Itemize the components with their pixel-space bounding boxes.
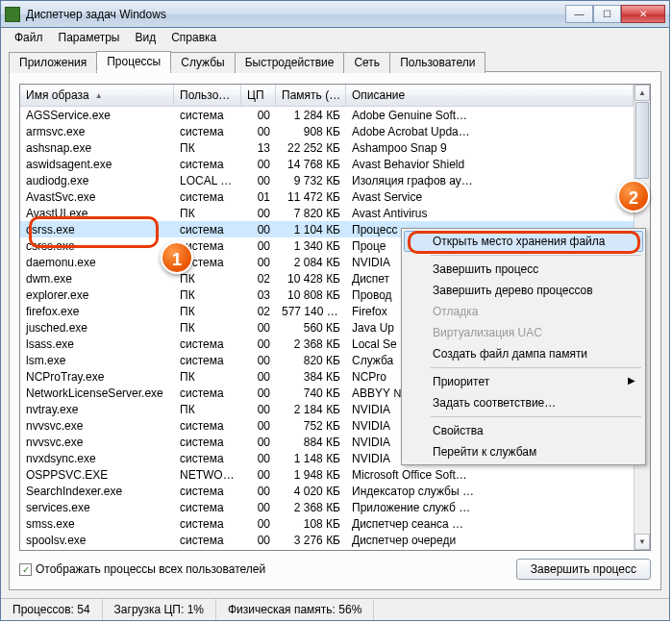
col-description[interactable]: Описание bbox=[346, 85, 634, 106]
cell-user: система bbox=[174, 354, 241, 367]
cell-user: NETWO… bbox=[174, 468, 241, 482]
table-row[interactable]: ashsnap.exeПК1322 252 КБAshampoo Snap 9 bbox=[20, 139, 634, 156]
cell-memory: 11 472 КБ bbox=[276, 190, 346, 204]
cell-user: ПК bbox=[174, 288, 241, 302]
col-memory[interactable]: Память (… bbox=[276, 85, 346, 106]
cell-memory: 384 КБ bbox=[276, 370, 346, 384]
cell-memory: 2 184 КБ bbox=[276, 403, 346, 416]
tab-performance[interactable]: Быстродействие bbox=[235, 52, 345, 73]
context-menu-item[interactable]: Завершить процесс bbox=[404, 259, 643, 280]
menu-options[interactable]: Параметры bbox=[51, 29, 128, 46]
cell-memory: 884 КБ bbox=[276, 436, 346, 449]
cell-memory: 10 428 КБ bbox=[276, 272, 346, 286]
cell-image-name: AGSService.exe bbox=[20, 109, 174, 122]
cell-memory: 577 140 КБ bbox=[276, 305, 346, 318]
titlebar: Диспетчер задач Windows — ☐ ✕ bbox=[1, 1, 669, 28]
tab-applications[interactable]: Приложения bbox=[9, 52, 97, 73]
cell-user: система bbox=[174, 109, 241, 122]
cell-description: Adobe Genuine Soft… bbox=[346, 109, 634, 122]
cell-cpu: 00 bbox=[241, 436, 276, 449]
close-button[interactable]: ✕ bbox=[621, 5, 665, 23]
menu-file[interactable]: Файл bbox=[7, 29, 51, 46]
cell-memory: 2 368 КБ bbox=[276, 501, 346, 514]
cell-image-name: lsm.exe bbox=[20, 354, 174, 367]
table-row[interactable]: AvastUI.exeПК007 820 КБAvast Antivirus bbox=[20, 205, 634, 221]
window-title: Диспетчер задач Windows bbox=[26, 8, 565, 21]
cell-memory: 108 КБ bbox=[276, 517, 346, 531]
table-row[interactable]: AGSService.exeсистема001 284 КБAdobe Gen… bbox=[20, 107, 634, 123]
context-menu-item[interactable]: Создать файл дампа памяти bbox=[404, 343, 643, 364]
tab-processes[interactable]: Процессы bbox=[96, 51, 171, 72]
cell-description: Avast Antivirus bbox=[346, 207, 634, 220]
context-menu-item[interactable]: Задать соответствие… bbox=[404, 392, 643, 413]
cell-memory: 908 КБ bbox=[276, 125, 346, 138]
cell-user: система bbox=[174, 485, 241, 498]
col-cpu[interactable]: ЦП bbox=[241, 85, 276, 106]
table-row[interactable]: armsvc.exeсистема00908 КБAdobe Acrobat U… bbox=[20, 123, 634, 139]
scroll-thumb[interactable] bbox=[635, 102, 649, 179]
column-header-row: Имя образа Пользо… ЦП Память (… Описание bbox=[20, 85, 634, 107]
tab-users[interactable]: Пользователи bbox=[389, 52, 485, 73]
context-menu-item[interactable]: Приоритет▶ bbox=[404, 371, 643, 392]
cell-cpu: 00 bbox=[241, 109, 276, 122]
cell-memory: 7 820 КБ bbox=[276, 207, 346, 220]
submenu-arrow-icon: ▶ bbox=[628, 375, 635, 386]
table-row[interactable]: AvastSvc.exeсистема0111 472 КБAvast Serv… bbox=[20, 188, 634, 205]
cell-memory: 22 252 КБ bbox=[276, 141, 346, 155]
table-row[interactable]: services.exeсистема002 368 КБПриложение … bbox=[20, 499, 634, 515]
table-row[interactable]: smss.exeсистема00108 КБДиспетчер сеанса … bbox=[20, 515, 634, 532]
cell-user: система bbox=[174, 534, 241, 547]
table-row[interactable]: spoolsv.exeсистема003 276 КБДиспетчер оч… bbox=[20, 532, 634, 548]
cell-image-name: AvastSvc.exe bbox=[20, 190, 174, 204]
col-image-name[interactable]: Имя образа bbox=[20, 85, 174, 106]
cell-memory: 820 КБ bbox=[276, 354, 346, 367]
end-process-button[interactable]: Завершить процесс bbox=[516, 559, 651, 580]
menu-view[interactable]: Вид bbox=[127, 29, 163, 46]
cell-user: ПК bbox=[174, 207, 241, 220]
cell-memory: 740 КБ bbox=[276, 386, 346, 400]
window-system-buttons: — ☐ ✕ bbox=[565, 5, 665, 23]
table-row[interactable]: aswidsagent.exeсистема0014 768 КБAvast B… bbox=[20, 156, 634, 172]
table-row[interactable]: SearchIndexer.exeсистема004 020 КБИндекс… bbox=[20, 483, 634, 499]
col-user[interactable]: Пользо… bbox=[174, 85, 241, 106]
table-row[interactable]: OSPPSVC.EXENETWO…001 948 КБMicrosoft Off… bbox=[20, 466, 634, 483]
cell-cpu: 00 bbox=[241, 321, 276, 335]
cell-user: ПК bbox=[174, 272, 241, 286]
cell-user: LOCAL … bbox=[174, 174, 241, 187]
context-menu: Открыть место хранения файлаЗавершить пр… bbox=[401, 228, 646, 465]
scroll-up-icon[interactable]: ▲ bbox=[635, 85, 650, 101]
context-menu-item[interactable]: Завершить дерево процессов bbox=[404, 280, 643, 301]
cell-cpu: 00 bbox=[241, 354, 276, 367]
scroll-down-icon[interactable]: ▼ bbox=[635, 534, 650, 550]
cell-cpu: 00 bbox=[241, 337, 276, 351]
cell-user: система bbox=[174, 386, 241, 400]
cell-user: система bbox=[174, 436, 241, 449]
cell-memory: 1 104 КБ bbox=[276, 223, 346, 237]
cell-image-name: services.exe bbox=[20, 501, 174, 514]
tab-networking[interactable]: Сеть bbox=[343, 52, 390, 73]
table-row[interactable]: audiodg.exeLOCAL …009 732 КБИзоляция гра… bbox=[20, 172, 634, 188]
cell-user: ПК bbox=[174, 403, 241, 416]
menu-help[interactable]: Справка bbox=[163, 29, 224, 46]
context-menu-item: Отладка bbox=[404, 301, 643, 322]
minimize-button[interactable]: — bbox=[565, 5, 593, 23]
cell-memory: 560 КБ bbox=[276, 321, 346, 335]
cell-cpu: 00 bbox=[241, 501, 276, 514]
cell-memory: 9 732 КБ bbox=[276, 174, 346, 187]
maximize-button[interactable]: ☐ bbox=[593, 5, 621, 23]
show-all-users-checkbox[interactable]: ✓ Отображать процессы всех пользователей bbox=[19, 562, 265, 576]
tab-services[interactable]: Службы bbox=[170, 52, 235, 73]
cell-cpu: 02 bbox=[241, 272, 276, 286]
cell-description: Диспетчер очереди bbox=[346, 534, 634, 547]
cell-cpu: 00 bbox=[241, 370, 276, 384]
cell-image-name: audiodg.exe bbox=[20, 174, 174, 187]
context-menu-item[interactable]: Открыть место хранения файла bbox=[404, 231, 643, 252]
context-menu-item[interactable]: Перейти к службам bbox=[404, 441, 643, 462]
cell-user: система bbox=[174, 452, 241, 465]
context-menu-item[interactable]: Свойства bbox=[404, 420, 643, 441]
cell-cpu: 00 bbox=[241, 517, 276, 531]
cell-memory: 10 808 КБ bbox=[276, 288, 346, 302]
cell-user: система bbox=[174, 190, 241, 204]
cell-image-name: armsvc.exe bbox=[20, 125, 174, 138]
cell-cpu: 00 bbox=[241, 207, 276, 220]
